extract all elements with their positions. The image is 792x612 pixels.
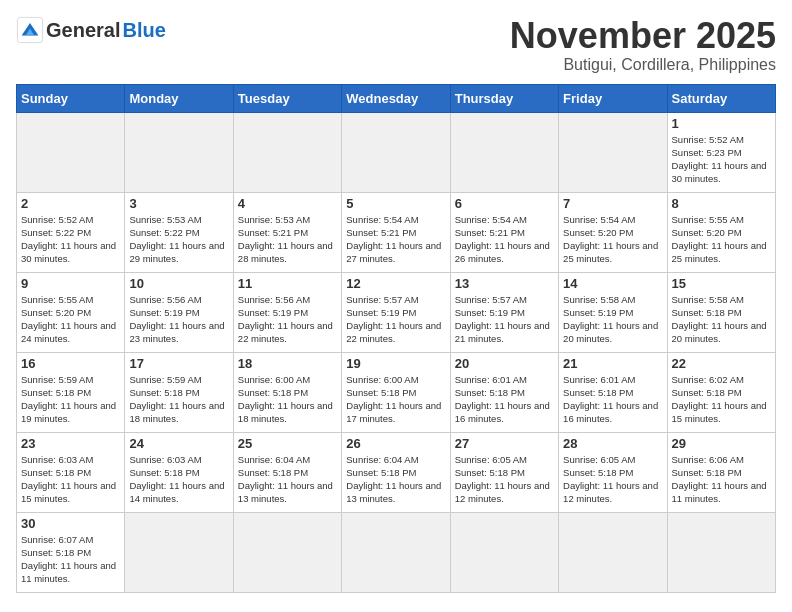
calendar-cell [233, 112, 341, 192]
day-number: 14 [563, 276, 662, 291]
title-area: November 2025 Butigui, Cordillera, Phili… [510, 16, 776, 74]
week-row-3: 9Sunrise: 5:55 AMSunset: 5:20 PMDaylight… [17, 272, 776, 352]
day-number: 6 [455, 196, 554, 211]
week-row-6: 30Sunrise: 6:07 AMSunset: 5:18 PMDayligh… [17, 512, 776, 592]
calendar-cell [233, 512, 341, 592]
day-number: 19 [346, 356, 445, 371]
generalblue-icon [16, 16, 44, 44]
day-number: 25 [238, 436, 337, 451]
day-number: 13 [455, 276, 554, 291]
day-info: Sunrise: 5:54 AMSunset: 5:20 PMDaylight:… [563, 213, 662, 266]
logo: GeneralBlue [16, 16, 166, 44]
calendar-cell: 11Sunrise: 5:56 AMSunset: 5:19 PMDayligh… [233, 272, 341, 352]
calendar-cell: 27Sunrise: 6:05 AMSunset: 5:18 PMDayligh… [450, 432, 558, 512]
day-info: Sunrise: 5:59 AMSunset: 5:18 PMDaylight:… [21, 373, 120, 426]
calendar-cell: 4Sunrise: 5:53 AMSunset: 5:21 PMDaylight… [233, 192, 341, 272]
calendar-cell: 25Sunrise: 6:04 AMSunset: 5:18 PMDayligh… [233, 432, 341, 512]
day-number: 5 [346, 196, 445, 211]
day-info: Sunrise: 6:05 AMSunset: 5:18 PMDaylight:… [455, 453, 554, 506]
day-number: 26 [346, 436, 445, 451]
day-info: Sunrise: 6:02 AMSunset: 5:18 PMDaylight:… [672, 373, 771, 426]
weekday-header-friday: Friday [559, 84, 667, 112]
weekday-header-tuesday: Tuesday [233, 84, 341, 112]
day-number: 18 [238, 356, 337, 371]
calendar-cell: 22Sunrise: 6:02 AMSunset: 5:18 PMDayligh… [667, 352, 775, 432]
calendar-cell: 7Sunrise: 5:54 AMSunset: 5:20 PMDaylight… [559, 192, 667, 272]
location-title: Butigui, Cordillera, Philippines [510, 56, 776, 74]
calendar-cell: 13Sunrise: 5:57 AMSunset: 5:19 PMDayligh… [450, 272, 558, 352]
day-number: 17 [129, 356, 228, 371]
logo-blue-text: Blue [122, 19, 165, 42]
header: GeneralBlue November 2025 Butigui, Cordi… [16, 16, 776, 74]
calendar-cell: 1Sunrise: 5:52 AMSunset: 5:23 PMDaylight… [667, 112, 775, 192]
calendar-cell: 16Sunrise: 5:59 AMSunset: 5:18 PMDayligh… [17, 352, 125, 432]
calendar-cell: 2Sunrise: 5:52 AMSunset: 5:22 PMDaylight… [17, 192, 125, 272]
day-number: 24 [129, 436, 228, 451]
day-number: 15 [672, 276, 771, 291]
month-title: November 2025 [510, 16, 776, 56]
day-info: Sunrise: 6:04 AMSunset: 5:18 PMDaylight:… [346, 453, 445, 506]
day-info: Sunrise: 5:58 AMSunset: 5:19 PMDaylight:… [563, 293, 662, 346]
day-number: 1 [672, 116, 771, 131]
calendar-cell [559, 512, 667, 592]
day-info: Sunrise: 5:59 AMSunset: 5:18 PMDaylight:… [129, 373, 228, 426]
day-info: Sunrise: 5:52 AMSunset: 5:22 PMDaylight:… [21, 213, 120, 266]
calendar-cell: 8Sunrise: 5:55 AMSunset: 5:20 PMDaylight… [667, 192, 775, 272]
calendar-cell: 29Sunrise: 6:06 AMSunset: 5:18 PMDayligh… [667, 432, 775, 512]
day-info: Sunrise: 6:03 AMSunset: 5:18 PMDaylight:… [129, 453, 228, 506]
calendar-cell: 28Sunrise: 6:05 AMSunset: 5:18 PMDayligh… [559, 432, 667, 512]
day-info: Sunrise: 6:04 AMSunset: 5:18 PMDaylight:… [238, 453, 337, 506]
day-info: Sunrise: 5:56 AMSunset: 5:19 PMDaylight:… [238, 293, 337, 346]
calendar-cell: 15Sunrise: 5:58 AMSunset: 5:18 PMDayligh… [667, 272, 775, 352]
calendar-cell [667, 512, 775, 592]
calendar-cell [17, 112, 125, 192]
calendar-cell: 26Sunrise: 6:04 AMSunset: 5:18 PMDayligh… [342, 432, 450, 512]
weekday-header-thursday: Thursday [450, 84, 558, 112]
day-number: 12 [346, 276, 445, 291]
day-info: Sunrise: 5:53 AMSunset: 5:21 PMDaylight:… [238, 213, 337, 266]
calendar-cell: 6Sunrise: 5:54 AMSunset: 5:21 PMDaylight… [450, 192, 558, 272]
day-info: Sunrise: 5:57 AMSunset: 5:19 PMDaylight:… [346, 293, 445, 346]
calendar-table: SundayMondayTuesdayWednesdayThursdayFrid… [16, 84, 776, 593]
logo-general-text: General [46, 19, 120, 42]
calendar-cell [342, 112, 450, 192]
calendar-cell: 19Sunrise: 6:00 AMSunset: 5:18 PMDayligh… [342, 352, 450, 432]
day-number: 21 [563, 356, 662, 371]
day-info: Sunrise: 5:58 AMSunset: 5:18 PMDaylight:… [672, 293, 771, 346]
day-info: Sunrise: 5:55 AMSunset: 5:20 PMDaylight:… [672, 213, 771, 266]
calendar-cell: 21Sunrise: 6:01 AMSunset: 5:18 PMDayligh… [559, 352, 667, 432]
day-info: Sunrise: 5:54 AMSunset: 5:21 PMDaylight:… [455, 213, 554, 266]
calendar-cell: 20Sunrise: 6:01 AMSunset: 5:18 PMDayligh… [450, 352, 558, 432]
day-number: 10 [129, 276, 228, 291]
calendar-cell [342, 512, 450, 592]
calendar-cell: 5Sunrise: 5:54 AMSunset: 5:21 PMDaylight… [342, 192, 450, 272]
day-info: Sunrise: 6:03 AMSunset: 5:18 PMDaylight:… [21, 453, 120, 506]
week-row-2: 2Sunrise: 5:52 AMSunset: 5:22 PMDaylight… [17, 192, 776, 272]
day-number: 3 [129, 196, 228, 211]
weekday-header-row: SundayMondayTuesdayWednesdayThursdayFrid… [17, 84, 776, 112]
weekday-header-wednesday: Wednesday [342, 84, 450, 112]
week-row-1: 1Sunrise: 5:52 AMSunset: 5:23 PMDaylight… [17, 112, 776, 192]
day-info: Sunrise: 5:56 AMSunset: 5:19 PMDaylight:… [129, 293, 228, 346]
day-number: 2 [21, 196, 120, 211]
day-number: 28 [563, 436, 662, 451]
day-info: Sunrise: 5:55 AMSunset: 5:20 PMDaylight:… [21, 293, 120, 346]
calendar-cell [559, 112, 667, 192]
calendar-cell: 3Sunrise: 5:53 AMSunset: 5:22 PMDaylight… [125, 192, 233, 272]
day-number: 22 [672, 356, 771, 371]
week-row-5: 23Sunrise: 6:03 AMSunset: 5:18 PMDayligh… [17, 432, 776, 512]
calendar-cell: 14Sunrise: 5:58 AMSunset: 5:19 PMDayligh… [559, 272, 667, 352]
day-number: 8 [672, 196, 771, 211]
day-number: 4 [238, 196, 337, 211]
day-number: 30 [21, 516, 120, 531]
calendar-cell: 17Sunrise: 5:59 AMSunset: 5:18 PMDayligh… [125, 352, 233, 432]
weekday-header-monday: Monday [125, 84, 233, 112]
calendar-cell: 18Sunrise: 6:00 AMSunset: 5:18 PMDayligh… [233, 352, 341, 432]
calendar-cell: 24Sunrise: 6:03 AMSunset: 5:18 PMDayligh… [125, 432, 233, 512]
calendar-cell [450, 112, 558, 192]
calendar-cell [125, 512, 233, 592]
day-info: Sunrise: 5:54 AMSunset: 5:21 PMDaylight:… [346, 213, 445, 266]
day-info: Sunrise: 6:07 AMSunset: 5:18 PMDaylight:… [21, 533, 120, 586]
day-number: 27 [455, 436, 554, 451]
calendar-cell [450, 512, 558, 592]
